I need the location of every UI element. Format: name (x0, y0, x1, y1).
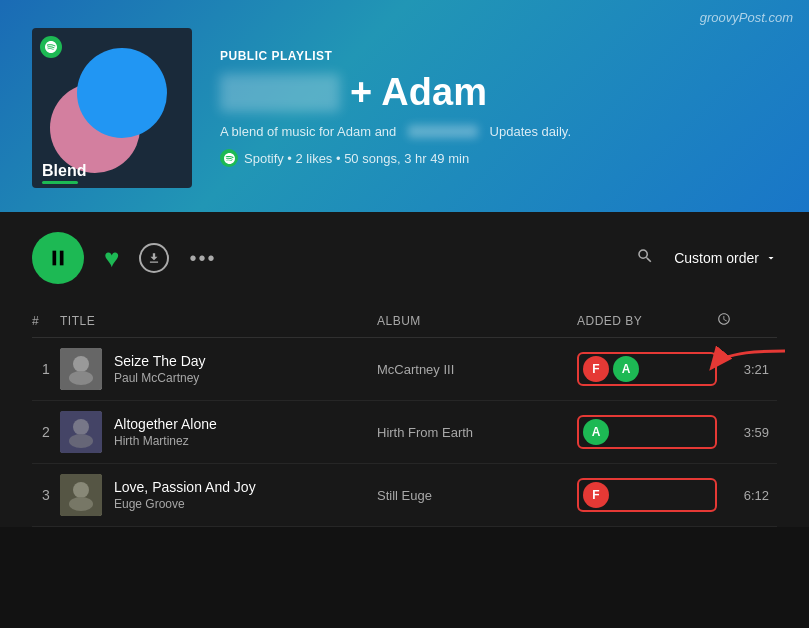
track-album: Still Euge (377, 488, 577, 503)
playlist-type: Public Playlist (220, 49, 777, 63)
track-info: Altogether Alone Hirth Martinez (60, 411, 377, 453)
desc-suffix: Updates daily. (490, 124, 571, 139)
sort-button[interactable]: Custom order (674, 250, 777, 266)
track-title: Altogether Alone (114, 416, 217, 432)
header-added-by: Added by (577, 314, 717, 328)
like-button[interactable]: ♥ (104, 243, 119, 274)
track-list-header: # Title Album Added by (32, 304, 777, 338)
svg-rect-1 (60, 251, 64, 266)
circle-blue (77, 48, 167, 138)
blurred-desc-name (408, 125, 478, 138)
hero-info: Public Playlist + Adam A blend of music … (220, 49, 777, 167)
track-info: Seize The Day Paul McCartney (60, 348, 377, 390)
track-added-by: F (577, 478, 717, 512)
svg-point-7 (73, 419, 89, 435)
desc-text: A blend of music for Adam and (220, 124, 396, 139)
table-row[interactable]: 1 Seize The Day Paul McCartney McCartney… (32, 338, 777, 401)
track-artist: Hirth Martinez (114, 434, 217, 448)
track-text: Love, Passion And Joy Euge Groove (114, 479, 256, 511)
track-album: Hirth From Earth (377, 425, 577, 440)
track-added-by: A (577, 415, 717, 449)
spotify-logo-icon (40, 36, 62, 58)
track-title: Seize The Day (114, 353, 206, 369)
playlist-meta: Spotify • 2 likes • 50 songs, 3 hr 49 mi… (220, 149, 777, 167)
track-number: 3 (32, 487, 60, 503)
track-thumbnail (60, 348, 102, 390)
download-icon (147, 251, 161, 265)
header-duration (717, 312, 777, 329)
track-duration: 6:12 (717, 488, 777, 503)
play-pause-button[interactable] (32, 232, 84, 284)
avatar-a: A (613, 356, 639, 382)
svg-point-3 (73, 356, 89, 372)
watermark: groovyPost.com (700, 10, 793, 25)
album-underline (42, 181, 78, 184)
playlist-description: A blend of music for Adam and Updates da… (220, 124, 777, 139)
chevron-down-icon (765, 252, 777, 264)
track-text: Altogether Alone Hirth Martinez (114, 416, 217, 448)
track-thumbnail (60, 474, 102, 516)
hero-section: groovyPost.com Blend Public Playlist + A… (0, 0, 809, 212)
table-row[interactable]: 2 Altogether Alone Hirth Martinez Hirth … (32, 401, 777, 464)
avatar-a: A (583, 419, 609, 445)
track-artist: Euge Groove (114, 497, 256, 511)
search-button[interactable] (636, 247, 654, 270)
track-added-by: F A (577, 352, 717, 386)
download-button[interactable] (139, 243, 169, 273)
svg-point-8 (69, 434, 93, 448)
track-list: # Title Album Added by 1 Seize The Day P… (0, 304, 809, 527)
track-number: 1 (32, 361, 60, 377)
header-number: # (32, 314, 60, 328)
track-info: Love, Passion And Joy Euge Groove (60, 474, 377, 516)
search-icon (636, 247, 654, 265)
more-options-button[interactable]: ••• (189, 247, 216, 270)
sort-label: Custom order (674, 250, 759, 266)
track-text: Seize The Day Paul McCartney (114, 353, 206, 385)
album-label: Blend (42, 162, 86, 180)
arrow-annotation (705, 346, 795, 386)
title-text: + Adam (350, 71, 487, 114)
track-number: 2 (32, 424, 60, 440)
svg-point-4 (69, 371, 93, 385)
track-artist: Paul McCartney (114, 371, 206, 385)
pause-icon (47, 247, 69, 269)
controls-bar: ♥ ••• Custom order (0, 212, 809, 304)
blurred-username (220, 74, 340, 112)
track-duration: 3:59 (717, 425, 777, 440)
album-art: Blend (32, 28, 192, 188)
track-title: Love, Passion And Joy (114, 479, 256, 495)
avatar-f: F (583, 356, 609, 382)
header-album: Album (377, 314, 577, 328)
svg-rect-0 (53, 251, 57, 266)
svg-point-10 (73, 482, 89, 498)
svg-point-11 (69, 497, 93, 511)
playlist-title: + Adam (220, 71, 777, 114)
track-thumbnail (60, 411, 102, 453)
meta-text: Spotify • 2 likes • 50 songs, 3 hr 49 mi… (244, 151, 469, 166)
spotify-icon (220, 149, 238, 167)
track-album: McCartney III (377, 362, 577, 377)
avatar-f: F (583, 482, 609, 508)
header-title: Title (60, 314, 377, 328)
table-row[interactable]: 3 Love, Passion And Joy Euge Groove Stil… (32, 464, 777, 527)
